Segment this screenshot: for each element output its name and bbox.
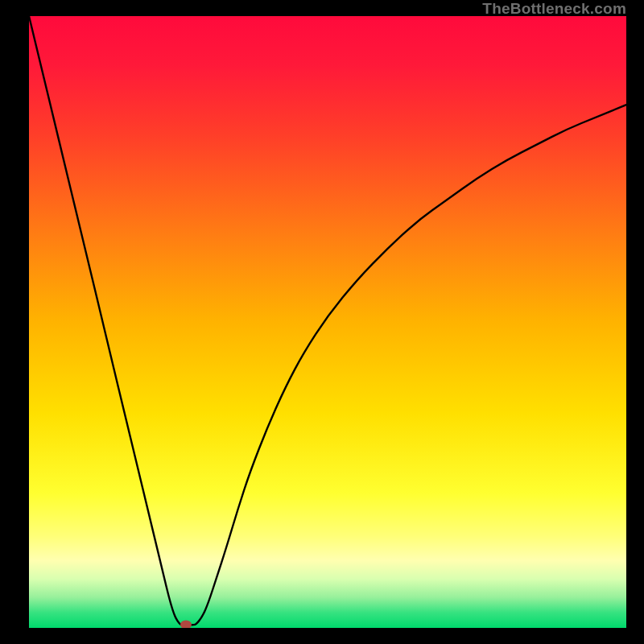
bottleneck-curve	[29, 16, 626, 628]
plot-area	[29, 16, 626, 628]
chart-stage: TheBottleneck.com	[0, 0, 644, 644]
attribution-label: TheBottleneck.com	[482, 0, 626, 18]
optimum-marker	[180, 621, 192, 628]
